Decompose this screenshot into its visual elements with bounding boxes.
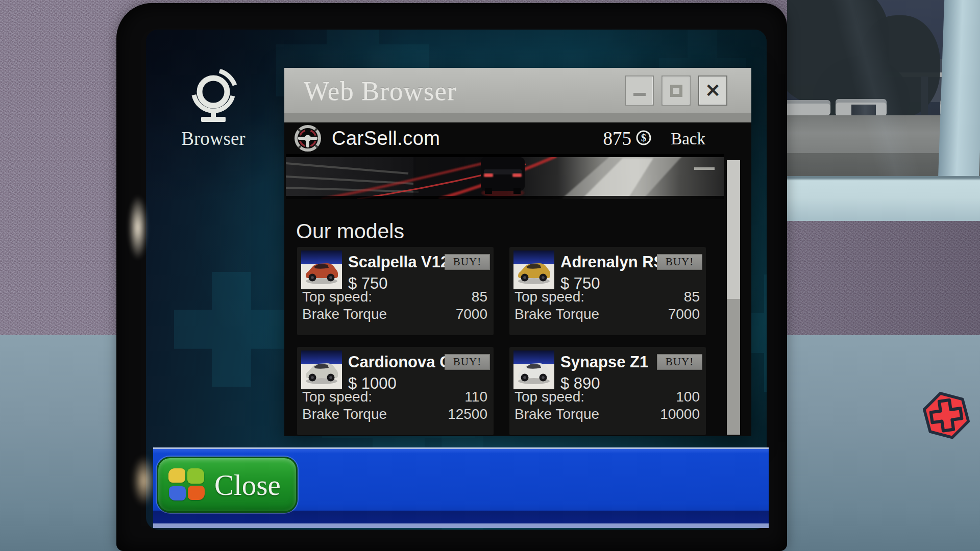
top-speed-value: 100 [676, 389, 700, 405]
tree-canopy [859, 15, 940, 117]
top-speed-value: 110 [464, 389, 487, 405]
close-button-label: Close [214, 468, 281, 502]
site-name: CarSell.com [332, 128, 440, 149]
brake-torque-label: Brake Torque [302, 406, 387, 422]
brake-torque-label: Brake Torque [514, 406, 599, 422]
plus-pattern [174, 272, 289, 387]
maximize-icon [670, 85, 682, 97]
car-name: Scalpella V12 [348, 253, 449, 271]
desktop-icon-label: Browser [173, 128, 254, 149]
section-title: Our models [296, 219, 404, 243]
titlebar-divider [284, 113, 751, 122]
health-icon[interactable] [918, 386, 975, 443]
window-sill [787, 176, 980, 221]
top-speed-value: 85 [684, 289, 700, 305]
buy-button[interactable]: BUY! [657, 354, 702, 370]
desktop-icon-browser[interactable]: Browser [173, 69, 254, 149]
brake-torque-value: 10000 [660, 406, 700, 422]
back-button[interactable]: Back [671, 130, 705, 148]
window-controls: ✕ [625, 76, 727, 106]
browser-content: CarSell.com 875 $ Back [284, 122, 751, 436]
brake-torque-label: Brake Torque [302, 306, 387, 322]
window-title: Web Browser [304, 76, 457, 106]
car-thumbnail [301, 350, 342, 389]
buy-button[interactable]: BUY! [445, 254, 490, 270]
carsell-logo-icon [293, 124, 322, 153]
browser-window: Web Browser ✕ CarSell.com 875 $ [284, 68, 751, 436]
car-name: Synapse Z1 [560, 353, 648, 371]
globe-icon [189, 69, 238, 122]
window-frame-post [938, 0, 980, 184]
parked-van [787, 100, 830, 115]
car-thumbnail [513, 251, 554, 289]
top-speed-label: Top speed: [514, 289, 584, 305]
buy-button[interactable]: BUY! [657, 254, 702, 270]
close-icon: ✕ [705, 82, 720, 100]
close-computer-button[interactable]: Close [157, 457, 298, 513]
car-card: Cardionova GT $ 1000 BUY! Top speed:110 … [297, 347, 494, 435]
car-card: Adrenalyn RS $ 750 BUY! Top speed:85 Bra… [509, 247, 706, 335]
top-speed-label: Top speed: [302, 289, 372, 305]
parked-van [836, 99, 887, 116]
car-card: Scalpella V12 $ 750 BUY! Top speed:85 Br… [297, 247, 494, 335]
currency-coin-icon: $ [635, 129, 652, 146]
currency-balance: 875 [603, 128, 632, 149]
minimize-icon [633, 93, 646, 96]
bezel-glare [125, 183, 151, 272]
car-thumbnail [513, 350, 554, 389]
tree-canopy [787, 0, 889, 105]
car-thumbnail [301, 251, 342, 289]
close-window-button[interactable]: ✕ [698, 76, 727, 106]
minimize-button[interactable] [625, 76, 654, 106]
window-view [787, 0, 980, 551]
scrollbar-thumb[interactable] [727, 160, 740, 299]
brake-torque-label: Brake Torque [514, 306, 599, 322]
top-speed-label: Top speed: [514, 389, 584, 405]
scrollbar-track[interactable] [727, 160, 740, 435]
car-card-grid: Scalpella V12 $ 750 BUY! Top speed:85 Br… [297, 247, 706, 435]
top-speed-value: 85 [472, 289, 487, 305]
tree-trunk [921, 77, 928, 143]
car-card: Synapse Z1 $ 890 BUY! Top speed:100 Brak… [509, 347, 706, 435]
top-speed-label: Top speed: [302, 389, 372, 405]
tree-trunk [851, 105, 876, 176]
game-scene: Browser Web Browser ✕ CarSell.com [0, 0, 980, 551]
tree-canopy [813, 56, 910, 143]
hero-banner-image [286, 154, 724, 199]
brake-torque-value: 7000 [668, 306, 700, 322]
wall-under-window [787, 219, 980, 551]
window-panes-icon [168, 468, 205, 501]
maximize-button[interactable] [662, 76, 691, 106]
svg-text:$: $ [641, 132, 646, 143]
brake-torque-value: 7000 [456, 306, 487, 322]
brake-torque-value: 12500 [448, 406, 487, 422]
buy-button[interactable]: BUY! [445, 354, 490, 370]
car-name: Adrenalyn RS [560, 253, 664, 271]
